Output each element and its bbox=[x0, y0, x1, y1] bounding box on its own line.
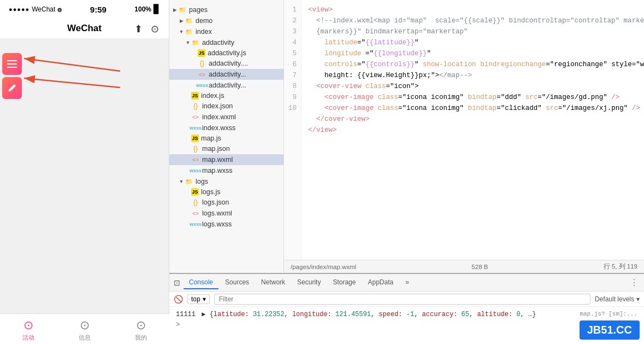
tree-item-name: logs.wxss bbox=[202, 220, 232, 228]
tree-item[interactable]: <>addactivity... bbox=[169, 69, 283, 80]
folder-icon: 📁 bbox=[185, 27, 193, 36]
tree-item[interactable]: JSmap.js bbox=[169, 133, 283, 143]
tab-info[interactable]: ⊙ 信息 bbox=[56, 318, 113, 342]
filter-input[interactable] bbox=[214, 294, 590, 305]
folder-icon: 📁 bbox=[185, 16, 193, 25]
tree-item-name: logs.js bbox=[201, 188, 220, 196]
console-source-link[interactable]: map.js? [sm]:... bbox=[580, 309, 637, 320]
console-count: 11111 bbox=[176, 311, 196, 318]
tree-item[interactable]: <>logs.wxml bbox=[169, 208, 283, 219]
tree-item[interactable]: JSindex.js bbox=[169, 91, 283, 101]
code-line: latitude="{{latitude}}" bbox=[308, 37, 637, 48]
phone-content bbox=[0, 39, 169, 344]
tree-item-name: index.json bbox=[202, 102, 233, 110]
tree-item[interactable]: ▼📁logs bbox=[169, 176, 283, 187]
tree-item-name: pages bbox=[189, 6, 208, 14]
tree-item[interactable]: wxsslogs.wxss bbox=[169, 219, 283, 230]
line-number: 2 bbox=[288, 15, 297, 26]
tree-item[interactable]: ▶📁demo bbox=[169, 15, 283, 26]
tree-item[interactable]: {}index.json bbox=[169, 101, 283, 112]
log-levels-selector[interactable]: Default levels ▾ bbox=[595, 295, 640, 303]
tree-item-name: addactivity... bbox=[209, 81, 246, 89]
status-right: 100% ▊ bbox=[134, 4, 160, 14]
context-selector[interactable]: top ▾ bbox=[187, 294, 210, 304]
file-path: /pages/index/map.wxml bbox=[291, 264, 356, 270]
send-icon[interactable]: ⬆ bbox=[134, 23, 143, 35]
code-lines[interactable]: <view> <!--index.wxml<map id="map" scale… bbox=[302, 0, 644, 260]
tab-console[interactable]: Console bbox=[184, 276, 218, 289]
json-icon: {} bbox=[191, 198, 200, 207]
tab-network[interactable]: Network bbox=[256, 276, 291, 289]
tree-item-name: index.js bbox=[201, 92, 224, 100]
chevron-down-icon: ▾ bbox=[203, 295, 206, 303]
tree-item-name: addactivity bbox=[202, 39, 234, 46]
carrier-label: WeChat bbox=[32, 5, 55, 13]
tree-item[interactable]: <>index.wxml bbox=[169, 112, 283, 123]
record-icon[interactable]: ⊙ bbox=[151, 23, 159, 35]
tab-storage[interactable]: Storage bbox=[327, 276, 361, 289]
tab-security[interactable]: Security bbox=[292, 276, 326, 289]
line-number: 10 bbox=[288, 103, 297, 114]
tree-item-name: demo bbox=[196, 17, 212, 25]
tree-item-name: index.wxml bbox=[202, 113, 236, 121]
tab-sources[interactable]: Sources bbox=[220, 276, 255, 289]
js-icon: JS bbox=[191, 188, 199, 196]
tab-activity[interactable]: ⊙ 活动 bbox=[0, 318, 56, 342]
tree-item[interactable]: ▼📁addactivity bbox=[169, 37, 283, 48]
info-icon: ⊙ bbox=[80, 318, 90, 333]
tab-appdata[interactable]: AppData bbox=[362, 276, 399, 289]
wxss-icon: wxss bbox=[191, 166, 200, 175]
console-prompt[interactable]: > bbox=[176, 321, 637, 329]
tree-item[interactable]: ▶📁pages bbox=[169, 4, 283, 15]
activity-label: 活动 bbox=[22, 334, 34, 342]
devtools-resize-handle[interactable]: ⋮ bbox=[629, 277, 640, 288]
tree-item-name: addactivity... bbox=[209, 71, 246, 78]
tab-me[interactable]: ⊙ 我的 bbox=[113, 318, 169, 342]
code-statusbar: /pages/index/map.wxml 528 B 行 5, 列 119 bbox=[284, 260, 644, 273]
tree-item[interactable]: {}addactivity.... bbox=[169, 58, 283, 69]
tree-arrow: ▶ bbox=[172, 7, 178, 13]
editor-area: ▶📁pages▶📁demo▼📁index▼📁addactivityJSaddac… bbox=[169, 0, 644, 273]
tree-item-name: map.json bbox=[202, 145, 230, 153]
tree-item-name: map.wxml bbox=[202, 156, 233, 164]
console-output: 11111 ▶ {latitude: 31.22352, longitude: … bbox=[169, 307, 644, 344]
signal-dots: ●●●●● bbox=[9, 6, 29, 13]
wxss-icon: wxss bbox=[191, 220, 200, 229]
wxss-icon: wxss bbox=[198, 81, 206, 90]
svg-rect-2 bbox=[7, 67, 17, 68]
code-editor[interactable]: 12345678910 <view> <!--index.wxml<map id… bbox=[284, 0, 644, 260]
tree-item[interactable]: wxssmap.wxss bbox=[169, 165, 283, 176]
menu-icon-btn[interactable] bbox=[2, 53, 22, 75]
line-numbers: 12345678910 bbox=[284, 0, 302, 260]
code-line: <cover-view class="icon"> bbox=[308, 81, 637, 92]
tree-item[interactable]: ▼📁index bbox=[169, 26, 283, 37]
tree-item[interactable]: wxssaddactivity... bbox=[169, 80, 283, 91]
tree-item[interactable]: {}logs.json bbox=[169, 197, 283, 208]
tree-item[interactable]: wxssindex.wxss bbox=[169, 123, 283, 133]
tree-item[interactable]: JSaddactivity.js bbox=[169, 48, 283, 58]
activity-icon: ⊙ bbox=[23, 318, 33, 333]
jb51-badge: JB51.CC bbox=[580, 320, 640, 340]
wxml-icon: <> bbox=[191, 155, 200, 164]
ide-area: ▶📁pages▶📁demo▼📁index▼📁addactivityJSaddac… bbox=[169, 0, 644, 344]
devtools-toolbar: 🚫 top ▾ Default levels ▾ bbox=[169, 291, 644, 307]
folder-icon: 📁 bbox=[178, 5, 187, 14]
line-number: 3 bbox=[288, 26, 297, 37]
console-log-line: 11111 ▶ {latitude: 31.22352, longitude: … bbox=[176, 309, 637, 321]
levels-chevron-icon: ▾ bbox=[636, 295, 640, 303]
edit-icon-btn[interactable] bbox=[2, 77, 22, 99]
code-line: <!--index.wxml<map id="map" scale="{{sca… bbox=[308, 15, 637, 26]
code-content-area: 12345678910 <view> <!--index.wxml<map id… bbox=[284, 0, 644, 260]
tree-arrow: ▶ bbox=[178, 18, 185, 24]
phone-nav-bar: WeChat ⬆ ⊙ bbox=[0, 19, 169, 39]
clear-console-button[interactable]: 🚫 bbox=[174, 295, 183, 304]
tree-item-name: map.wxss bbox=[202, 167, 233, 174]
context-value: top bbox=[191, 295, 200, 303]
folder-icon: 📁 bbox=[191, 38, 200, 47]
tree-item[interactable]: <>map.wxml bbox=[169, 154, 283, 165]
tab-more[interactable]: » bbox=[400, 276, 415, 289]
tree-item-name: index.wxss bbox=[202, 124, 235, 132]
info-label: 信息 bbox=[79, 334, 91, 342]
tree-item[interactable]: JSlogs.js bbox=[169, 187, 283, 197]
tree-item[interactable]: {}map.json bbox=[169, 143, 283, 154]
